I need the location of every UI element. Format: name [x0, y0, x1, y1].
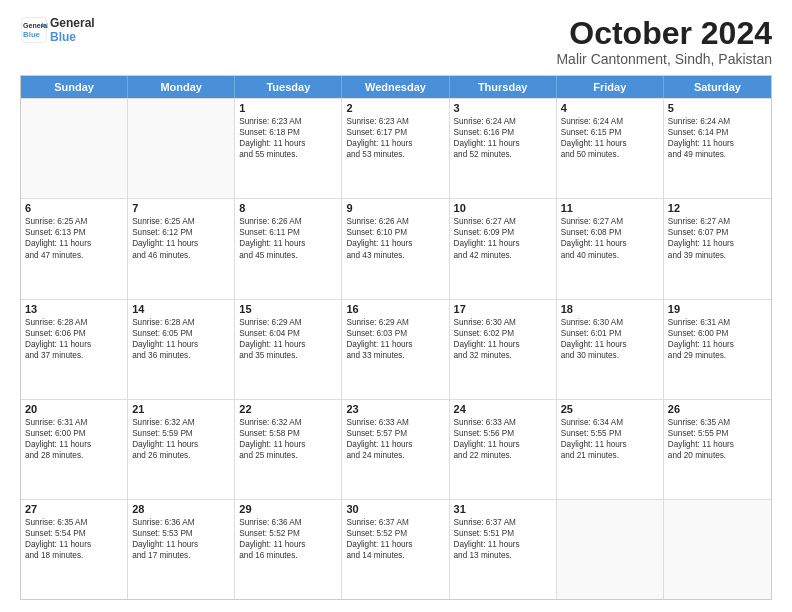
cell-line: Sunset: 5:54 PM	[25, 528, 123, 539]
cell-line: and 21 minutes.	[561, 450, 659, 461]
header-day-friday: Friday	[557, 76, 664, 98]
logo-icon: General Blue	[20, 16, 48, 44]
cell-line: Daylight: 11 hours	[132, 238, 230, 249]
cell-line: Sunrise: 6:26 AM	[346, 216, 444, 227]
day-number: 7	[132, 202, 230, 214]
cell-line: Sunset: 6:09 PM	[454, 227, 552, 238]
cal-cell: 11Sunrise: 6:27 AMSunset: 6:08 PMDayligh…	[557, 199, 664, 298]
day-number: 24	[454, 403, 552, 415]
cell-line: Daylight: 11 hours	[239, 339, 337, 350]
cell-line: and 47 minutes.	[25, 250, 123, 261]
day-number: 19	[668, 303, 767, 315]
week-row-4: 20Sunrise: 6:31 AMSunset: 6:00 PMDayligh…	[21, 399, 771, 499]
day-number: 22	[239, 403, 337, 415]
day-number: 13	[25, 303, 123, 315]
logo-line1: General	[50, 16, 95, 30]
cell-line: and 17 minutes.	[132, 550, 230, 561]
day-number: 23	[346, 403, 444, 415]
cal-cell: 5Sunrise: 6:24 AMSunset: 6:14 PMDaylight…	[664, 99, 771, 198]
day-number: 10	[454, 202, 552, 214]
cell-line: Sunrise: 6:24 AM	[454, 116, 552, 127]
cell-line: Sunset: 6:07 PM	[668, 227, 767, 238]
cal-cell: 26Sunrise: 6:35 AMSunset: 5:55 PMDayligh…	[664, 400, 771, 499]
cell-line: Daylight: 11 hours	[668, 138, 767, 149]
cal-cell: 9Sunrise: 6:26 AMSunset: 6:10 PMDaylight…	[342, 199, 449, 298]
cell-line: Daylight: 11 hours	[668, 238, 767, 249]
cell-line: Sunrise: 6:35 AM	[668, 417, 767, 428]
week-row-5: 27Sunrise: 6:35 AMSunset: 5:54 PMDayligh…	[21, 499, 771, 599]
cal-cell: 21Sunrise: 6:32 AMSunset: 5:59 PMDayligh…	[128, 400, 235, 499]
week-row-2: 6Sunrise: 6:25 AMSunset: 6:13 PMDaylight…	[21, 198, 771, 298]
cell-line: Daylight: 11 hours	[454, 439, 552, 450]
day-number: 16	[346, 303, 444, 315]
cell-line: Sunset: 6:05 PM	[132, 328, 230, 339]
cal-cell	[664, 500, 771, 599]
cell-line: Sunrise: 6:28 AM	[132, 317, 230, 328]
cell-line: and 28 minutes.	[25, 450, 123, 461]
cal-cell: 31Sunrise: 6:37 AMSunset: 5:51 PMDayligh…	[450, 500, 557, 599]
cell-line: and 33 minutes.	[346, 350, 444, 361]
cell-line: Sunset: 5:55 PM	[561, 428, 659, 439]
cell-line: Sunset: 5:59 PM	[132, 428, 230, 439]
cell-line: Sunset: 6:16 PM	[454, 127, 552, 138]
cell-line: and 40 minutes.	[561, 250, 659, 261]
header-day-saturday: Saturday	[664, 76, 771, 98]
day-number: 5	[668, 102, 767, 114]
cell-line: Sunset: 6:12 PM	[132, 227, 230, 238]
cell-line: Sunset: 5:58 PM	[239, 428, 337, 439]
cell-line: Sunset: 6:18 PM	[239, 127, 337, 138]
cell-line: Sunset: 6:02 PM	[454, 328, 552, 339]
day-number: 18	[561, 303, 659, 315]
cell-line: and 39 minutes.	[668, 250, 767, 261]
calendar-title: October 2024	[556, 16, 772, 51]
cell-line: and 46 minutes.	[132, 250, 230, 261]
day-number: 4	[561, 102, 659, 114]
cal-cell: 24Sunrise: 6:33 AMSunset: 5:56 PMDayligh…	[450, 400, 557, 499]
cell-line: and 45 minutes.	[239, 250, 337, 261]
cell-line: Daylight: 11 hours	[25, 238, 123, 249]
cell-line: and 52 minutes.	[454, 149, 552, 160]
cell-line: Daylight: 11 hours	[346, 138, 444, 149]
cell-line: Sunrise: 6:24 AM	[668, 116, 767, 127]
cell-line: Daylight: 11 hours	[132, 339, 230, 350]
day-number: 29	[239, 503, 337, 515]
cell-line: Sunset: 6:15 PM	[561, 127, 659, 138]
cell-line: Sunrise: 6:24 AM	[561, 116, 659, 127]
title-block: October 2024 Malir Cantonment, Sindh, Pa…	[556, 16, 772, 67]
cell-line: Sunset: 6:01 PM	[561, 328, 659, 339]
cal-cell: 1Sunrise: 6:23 AMSunset: 6:18 PMDaylight…	[235, 99, 342, 198]
cell-line: Sunset: 6:08 PM	[561, 227, 659, 238]
header-day-wednesday: Wednesday	[342, 76, 449, 98]
cell-line: Sunset: 5:55 PM	[668, 428, 767, 439]
cell-line: Sunset: 6:03 PM	[346, 328, 444, 339]
cell-line: Sunset: 6:11 PM	[239, 227, 337, 238]
cal-cell: 8Sunrise: 6:26 AMSunset: 6:11 PMDaylight…	[235, 199, 342, 298]
calendar-subtitle: Malir Cantonment, Sindh, Pakistan	[556, 51, 772, 67]
svg-text:Blue: Blue	[23, 30, 41, 39]
cell-line: Daylight: 11 hours	[346, 339, 444, 350]
cell-line: and 29 minutes.	[668, 350, 767, 361]
cell-line: Sunset: 5:57 PM	[346, 428, 444, 439]
cell-line: and 42 minutes.	[454, 250, 552, 261]
day-number: 12	[668, 202, 767, 214]
cal-cell: 2Sunrise: 6:23 AMSunset: 6:17 PMDaylight…	[342, 99, 449, 198]
day-number: 15	[239, 303, 337, 315]
cell-line: and 13 minutes.	[454, 550, 552, 561]
cell-line: Sunrise: 6:25 AM	[132, 216, 230, 227]
cell-line: Daylight: 11 hours	[25, 539, 123, 550]
header-day-sunday: Sunday	[21, 76, 128, 98]
day-number: 6	[25, 202, 123, 214]
day-number: 20	[25, 403, 123, 415]
cell-line: Sunrise: 6:33 AM	[454, 417, 552, 428]
cal-cell: 10Sunrise: 6:27 AMSunset: 6:09 PMDayligh…	[450, 199, 557, 298]
cell-line: Sunrise: 6:37 AM	[346, 517, 444, 528]
cell-line: and 32 minutes.	[454, 350, 552, 361]
cell-line: and 30 minutes.	[561, 350, 659, 361]
cal-cell: 29Sunrise: 6:36 AMSunset: 5:52 PMDayligh…	[235, 500, 342, 599]
cell-line: Sunrise: 6:30 AM	[561, 317, 659, 328]
cell-line: Sunrise: 6:32 AM	[239, 417, 337, 428]
cell-line: and 35 minutes.	[239, 350, 337, 361]
cell-line: Sunset: 6:17 PM	[346, 127, 444, 138]
cell-line: and 37 minutes.	[25, 350, 123, 361]
cal-cell	[557, 500, 664, 599]
